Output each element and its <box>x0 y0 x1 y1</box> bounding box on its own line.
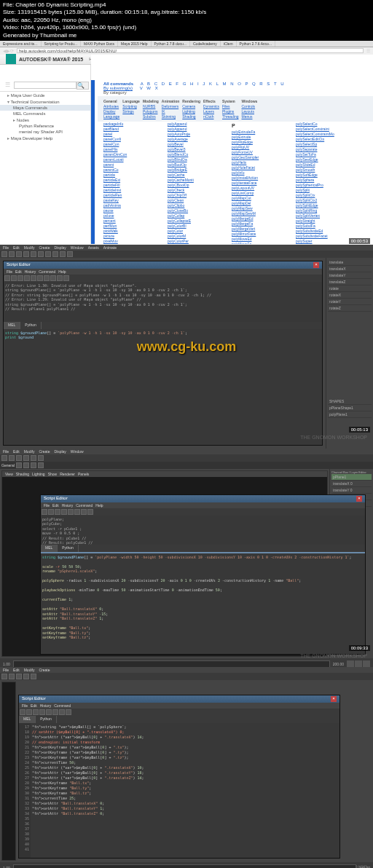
se-menu[interactable]: File <box>44 503 50 508</box>
cmd-link[interactable]: panel <box>103 132 162 137</box>
cmd-link[interactable]: polySlideEd <box>296 162 354 167</box>
se-tool[interactable] <box>39 709 45 715</box>
cmd-link[interactable]: polySplitCtx <box>296 193 354 198</box>
tool-button[interactable] <box>9 674 15 679</box>
menu-item[interactable]: Modify <box>24 245 35 250</box>
rp-item[interactable]: translate <box>328 259 372 266</box>
se-tool[interactable] <box>48 509 54 515</box>
cmd-link[interactable]: panelHis <box>103 147 162 152</box>
tree-mel[interactable]: MEL Commands <box>0 111 90 117</box>
se-tool[interactable] <box>11 275 17 281</box>
se-menu[interactable]: Edit <box>52 503 59 508</box>
cmd-link[interactable]: polyFlipUV <box>232 145 290 150</box>
cmd-link[interactable]: polySplitRing <box>296 208 354 213</box>
attr[interactable]: translateX 0 <box>331 481 372 487</box>
time-track[interactable] <box>13 864 356 868</box>
se-menu[interactable]: History <box>62 503 74 508</box>
se-tool[interactable] <box>33 709 39 715</box>
se-menu[interactable]: Edit <box>15 269 22 274</box>
se-tool[interactable] <box>17 275 23 281</box>
cmd-link[interactable]: paramLocati <box>103 157 162 162</box>
se-tool[interactable] <box>63 275 69 281</box>
cmd-link[interactable]: polySewEdge <box>296 157 354 162</box>
se-menu[interactable]: Edit <box>31 703 37 708</box>
tool-button[interactable] <box>31 455 36 461</box>
cmd-link[interactable]: polySelectCo <box>296 122 354 127</box>
tool-button[interactable] <box>9 455 15 461</box>
cmd-link[interactable]: polyCache <box>168 173 226 178</box>
cat-link[interactable]: Layouts <box>241 109 257 114</box>
menu-item[interactable]: Create <box>39 245 50 250</box>
vp-menu[interactable]: Lighting <box>32 472 45 476</box>
cmd-link[interactable]: polySphericalPro <box>296 183 354 188</box>
cat-link[interactable]: Skinning <box>162 114 179 119</box>
se-tool[interactable] <box>37 275 43 281</box>
se-tool[interactable] <box>57 275 63 281</box>
se-tool[interactable] <box>26 709 32 715</box>
cat-link[interactable]: Camera <box>182 104 200 108</box>
cmd-link[interactable]: polyListComp <box>232 191 290 196</box>
cmd-link[interactable]: polySplitEdge <box>296 203 354 208</box>
tree-user-guide[interactable]: Maya User Guide <box>0 92 90 98</box>
tree-nodes[interactable]: Nodes <box>0 117 90 123</box>
menu-item[interactable]: Edit <box>13 245 20 250</box>
cmd-link[interactable]: polyBridgeE <box>168 167 226 173</box>
tool-button[interactable] <box>38 251 44 257</box>
rp-item[interactable]: rotate <box>328 285 372 292</box>
cmd-link[interactable]: polySplitVertex <box>296 213 354 218</box>
cat-link[interactable]: Files <box>222 104 239 108</box>
se-tool[interactable] <box>87 509 93 515</box>
se-tool[interactable] <box>74 509 80 515</box>
cat-link[interactable]: Lighting <box>182 109 200 114</box>
rp-item[interactable]: translateY <box>328 272 372 279</box>
menu-item[interactable]: Create <box>39 668 50 672</box>
cmd-link[interactable]: particle <box>103 173 162 178</box>
cmd-link[interactable]: polySubdFa <box>296 224 354 229</box>
cmd-link[interactable]: polyMoveEd <box>232 237 290 242</box>
rp-shape[interactable]: pPlaneShape1 <box>328 405 372 411</box>
menu-item[interactable]: Edit <box>13 449 20 454</box>
tool-button[interactable] <box>1 674 7 679</box>
cmd-link[interactable]: polyBoolOp <box>168 162 226 167</box>
cmd-link[interactable]: panelCon <box>103 142 162 147</box>
tab[interactable]: Scripting for Produ... <box>42 41 82 47</box>
cmd-link[interactable]: polyMapSew <box>232 206 290 211</box>
cmd-link[interactable]: pairBlend <box>103 127 162 132</box>
cmd-link[interactable]: polyCollapseE <box>168 218 226 224</box>
tool-button[interactable] <box>60 251 66 257</box>
cmd-link[interactable]: pixelMov <box>103 239 162 244</box>
cmd-link[interactable]: polyMoveFa <box>232 242 290 244</box>
tab[interactable]: MAXI Python Docs <box>81 41 118 47</box>
cmd-link[interactable]: polyMergeEd <box>232 216 290 221</box>
cmd-link[interactable]: polyColorM <box>168 234 226 239</box>
cat-link[interactable]: Layers <box>203 109 219 114</box>
cat-link[interactable]: Scripting <box>122 104 140 108</box>
cmd-link[interactable]: parentCo <box>103 167 162 173</box>
cmd-link[interactable]: polyAutoProje <box>168 132 226 137</box>
tree-dev-help[interactable]: Maya Developer Help <box>0 135 90 141</box>
cmd-link[interactable]: polySetToFa <box>296 152 354 157</box>
tool-button[interactable] <box>31 674 36 679</box>
cmd-link[interactable]: pasteKey <box>103 198 162 203</box>
vp-menu[interactable]: Renderer <box>60 472 75 476</box>
se-tool[interactable] <box>50 275 56 281</box>
attr[interactable]: translateY 0 <box>331 487 372 494</box>
cat-link[interactable]: Polygons <box>143 109 159 114</box>
menu-item[interactable]: File <box>3 668 9 672</box>
cmd-link[interactable]: polySelectEditCtx <box>296 137 354 142</box>
cat-link[interactable]: NURBS <box>143 104 159 108</box>
cmd-link[interactable]: polyMirrorFace <box>232 232 290 237</box>
cmd-link[interactable]: packageInfo <box>103 122 162 127</box>
rp-item[interactable]: rotateX <box>328 292 372 299</box>
close-icon[interactable]: × <box>313 262 319 268</box>
shelf-btn[interactable] <box>38 462 44 468</box>
cmd-link[interactable]: polyInfo <box>232 170 290 175</box>
cmd-link[interactable]: polyIterateFace <box>232 181 290 186</box>
cmd-link[interactable]: particleFill <box>103 183 162 188</box>
rp-node[interactable]: polyPlane1 <box>328 411 372 418</box>
tab[interactable]: Python 2.7.6 Acco... <box>237 41 275 47</box>
time-start[interactable]: 1.00 <box>3 662 10 666</box>
se-menu[interactable]: History <box>40 703 52 708</box>
cat-link[interactable]: Language <box>103 114 119 119</box>
tree-python[interactable]: Python Reference <box>0 123 90 129</box>
